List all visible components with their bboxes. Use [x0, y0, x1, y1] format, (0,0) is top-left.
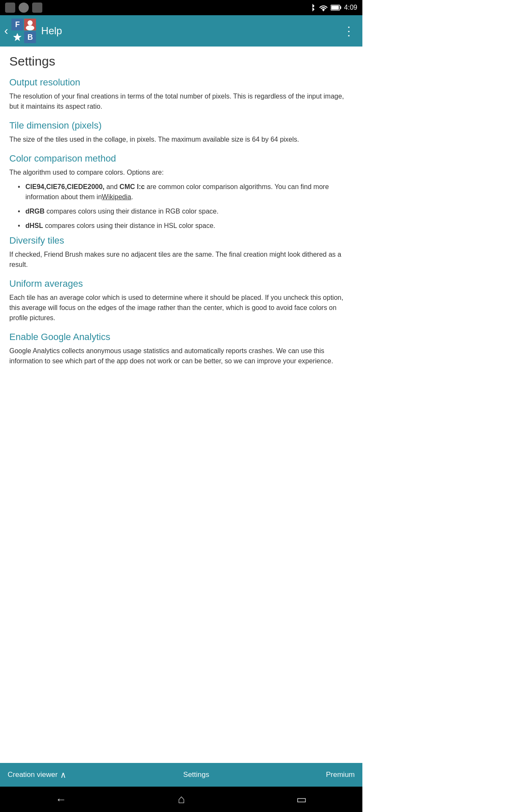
logo-f: F [11, 19, 23, 30]
svg-marker-5 [13, 33, 22, 41]
wikipedia-link[interactable]: Wikipedia [102, 193, 131, 200]
section-title-color-comparison: Color comparison method [9, 153, 353, 164]
bullet-cie-bold2: CMC l:c [119, 183, 145, 190]
bullet-drgb: dRGB compares colors using their distanc… [18, 206, 353, 217]
wifi-icon [319, 4, 328, 11]
section-body-output-resolution: The resolution of your final creations i… [9, 91, 353, 112]
time-display: 4:09 [344, 4, 357, 11]
section-output-resolution: Output resolution The resolution of your… [9, 77, 353, 112]
section-title-diversify-tiles: Diversify tiles [9, 235, 353, 246]
app-icon-2 [19, 3, 29, 13]
app-bar-title: Help [41, 25, 340, 37]
overflow-menu-button[interactable]: ⋮ [340, 21, 358, 41]
back-nav-icon[interactable]: ← [55, 793, 66, 806]
creation-viewer-button[interactable]: Creation viewer ∧ [8, 770, 66, 780]
color-comparison-bullets: CIE94,CIE76,CIEDE2000, and CMC l:c are c… [18, 182, 353, 231]
bottom-bar: Creation viewer ∧ Settings Premium [0, 763, 362, 787]
content-area: Settings Output resolution The resolutio… [0, 47, 362, 763]
svg-point-4 [26, 25, 34, 30]
section-title-uniform-averages: Uniform averages [9, 278, 353, 289]
creation-viewer-label: Creation viewer [8, 771, 58, 779]
home-nav-icon[interactable]: ⌂ [178, 793, 185, 806]
section-title-output-resolution: Output resolution [9, 77, 353, 88]
section-uniform-averages: Uniform averages Each tile has an averag… [9, 278, 353, 323]
bluetooth-icon [309, 3, 316, 12]
back-button[interactable]: ‹ [4, 24, 8, 38]
section-title-google-analytics: Enable Google Analytics [9, 332, 353, 343]
app-bar: ‹ F B Help ⋮ [0, 15, 362, 47]
section-body-tile-dimension: The size of the tiles used in the collag… [9, 134, 353, 145]
status-bar: 4:09 [0, 0, 362, 15]
bullet-cie: CIE94,CIE76,CIEDE2000, and CMC l:c are c… [18, 182, 353, 202]
logo-b: B [24, 31, 36, 43]
section-tile-dimension: Tile dimension (pixels) The size of the … [9, 120, 353, 145]
recent-nav-icon[interactable]: ▭ [296, 793, 307, 806]
app-logo: F B [11, 19, 36, 43]
section-diversify-tiles: Diversify tiles If checked, Friend Brush… [9, 235, 353, 270]
bullet-cie-bold1: CIE94,CIE76,CIEDE2000, [25, 183, 105, 190]
settings-button[interactable]: Settings [183, 771, 209, 779]
bullet-dhsl: dHSL compares colors using their distanc… [18, 221, 353, 231]
svg-rect-1 [340, 6, 341, 9]
battery-icon [331, 4, 342, 11]
logo-star [11, 31, 23, 43]
chevron-up-icon: ∧ [60, 770, 66, 780]
section-body-diversify-tiles: If checked, Friend Brush makes sure no a… [9, 250, 353, 270]
logo-person [24, 19, 36, 30]
section-intro-color-comparison: The algorithm used to compare colors. Op… [9, 167, 353, 178]
settings-label: Settings [183, 771, 209, 779]
app-icon-1 [5, 3, 15, 13]
nav-bar: ← ⌂ ▭ [0, 787, 362, 812]
status-bar-left-icons [5, 3, 42, 13]
svg-rect-2 [331, 6, 339, 10]
section-google-analytics: Enable Google Analytics Google Analytics… [9, 332, 353, 366]
svg-point-3 [28, 20, 33, 25]
app-icon-3 [32, 3, 42, 13]
section-color-comparison: Color comparison method The algorithm us… [9, 153, 353, 231]
bullet-dhsl-bold: dHSL [25, 222, 43, 229]
section-title-tile-dimension: Tile dimension (pixels) [9, 120, 353, 131]
premium-label: Premium [326, 771, 355, 779]
premium-button[interactable]: Premium [326, 771, 355, 779]
bullet-drgb-bold: dRGB [25, 208, 44, 215]
section-body-google-analytics: Google Analytics collects anonymous usag… [9, 346, 353, 366]
status-bar-right-icons: 4:09 [309, 3, 357, 12]
section-body-uniform-averages: Each tile has an average color which is … [9, 293, 353, 323]
page-title: Settings [9, 54, 353, 69]
